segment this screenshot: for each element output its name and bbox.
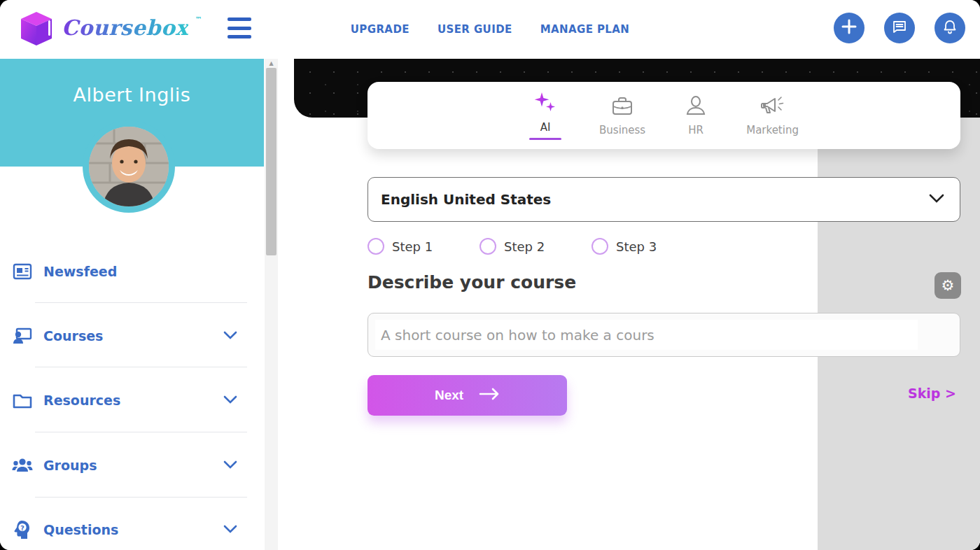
category-tabs-card: AI Business xyxy=(368,82,960,149)
svg-text:?: ? xyxy=(20,524,24,532)
course-description-field xyxy=(368,313,960,357)
step-label: Step 1 xyxy=(392,239,433,254)
briefcase-icon xyxy=(610,94,635,121)
active-tab-underline xyxy=(529,138,561,140)
step-radio-group: Step 1 Step 2 Step 3 xyxy=(368,238,668,255)
plus-icon xyxy=(841,18,858,38)
sparkles-icon xyxy=(533,92,558,118)
scrollbar-up-icon[interactable]: ▲ xyxy=(265,60,278,66)
sidebar-item-label: Groups xyxy=(43,458,97,473)
user-name: Albert Inglis xyxy=(0,84,264,106)
radio-icon[interactable] xyxy=(479,238,496,255)
top-nav: UPGRADE USER GUIDE MANAGE PLAN xyxy=(0,0,980,59)
sidebar-item-label: Newsfeed xyxy=(43,264,117,279)
top-bar: Coursebox ™ UPGRADE USER GUIDE MANAGE PL… xyxy=(0,0,980,59)
chevron-down-icon xyxy=(223,329,237,342)
tab-label: Business xyxy=(599,124,645,136)
tab-marketing[interactable]: Marketing xyxy=(746,94,799,136)
chevron-down-icon xyxy=(223,458,237,472)
step-label: Step 2 xyxy=(504,239,545,254)
sidebar-item-resources[interactable]: Resources xyxy=(0,383,264,417)
nav-user-guide[interactable]: USER GUIDE xyxy=(438,23,512,36)
course-description-input[interactable] xyxy=(381,313,934,356)
language-dropdown-value: English United States xyxy=(381,191,551,208)
chevron-down-icon xyxy=(223,523,237,536)
avatar[interactable] xyxy=(89,127,169,206)
radio-icon[interactable] xyxy=(592,238,608,255)
top-icon-buttons xyxy=(834,13,965,43)
chevron-down-icon xyxy=(223,393,237,407)
step-label: Step 3 xyxy=(616,239,657,254)
skip-link[interactable]: Skip > xyxy=(908,386,956,401)
sidebar-divider xyxy=(35,432,247,432)
gear-icon: ⚙ xyxy=(941,277,955,294)
megaphone-icon xyxy=(760,94,786,121)
step-2-radio[interactable]: Step 2 xyxy=(479,238,556,255)
arrow-right-icon xyxy=(479,388,500,404)
page-title: Describe your course xyxy=(368,272,576,292)
scrollbar-thumb[interactable] xyxy=(266,68,276,255)
sidebar-item-newsfeed[interactable]: Newsfeed xyxy=(0,255,264,288)
chevron-down-icon xyxy=(929,193,944,206)
avatar-ring xyxy=(83,120,175,213)
language-dropdown[interactable]: English United States xyxy=(368,177,960,222)
radio-icon[interactable] xyxy=(368,238,384,255)
tab-hr[interactable]: HR xyxy=(683,94,708,136)
sidebar-item-questions[interactable]: ? Questions xyxy=(0,513,264,547)
bell-icon xyxy=(941,18,958,38)
sidebar: Albert Inglis xyxy=(0,59,264,550)
sidebar-item-groups[interactable]: Groups xyxy=(0,449,264,482)
sidebar-item-label: Questions xyxy=(43,522,118,537)
app-window: Coursebox ™ UPGRADE USER GUIDE MANAGE PL… xyxy=(0,0,980,550)
tab-business[interactable]: Business xyxy=(599,94,645,136)
step-1-radio[interactable]: Step 1 xyxy=(368,238,444,255)
sidebar-scrollbar[interactable]: ▲ xyxy=(265,59,278,550)
tab-label: AI xyxy=(540,121,551,134)
add-button[interactable] xyxy=(834,13,864,43)
courses-icon xyxy=(12,325,33,346)
person-icon xyxy=(683,94,708,121)
questions-icon: ? xyxy=(12,519,33,540)
sidebar-divider xyxy=(35,367,247,367)
notifications-button[interactable] xyxy=(934,13,965,43)
chat-icon xyxy=(891,18,908,38)
sidebar-divider xyxy=(35,302,247,303)
main-content: AI Business xyxy=(278,59,980,550)
sidebar-item-label: Courses xyxy=(43,328,103,344)
sidebar-item-label: Resources xyxy=(43,393,120,408)
groups-icon xyxy=(12,455,33,476)
nav-manage-plan[interactable]: MANAGE PLAN xyxy=(540,23,630,36)
nav-upgrade[interactable]: UPGRADE xyxy=(351,23,410,36)
resources-icon xyxy=(12,390,33,411)
next-button-label: Next xyxy=(435,388,463,403)
sidebar-divider xyxy=(35,497,247,498)
settings-button[interactable]: ⚙ xyxy=(934,272,961,299)
step-3-radio[interactable]: Step 3 xyxy=(592,238,668,255)
tab-ai[interactable]: AI xyxy=(529,92,561,140)
messages-button[interactable] xyxy=(884,13,915,43)
sidebar-item-courses[interactable]: Courses xyxy=(0,319,264,353)
next-button[interactable]: Next xyxy=(368,375,567,416)
tab-label: HR xyxy=(688,124,704,136)
tab-label: Marketing xyxy=(746,124,799,136)
newsfeed-icon xyxy=(12,261,33,282)
